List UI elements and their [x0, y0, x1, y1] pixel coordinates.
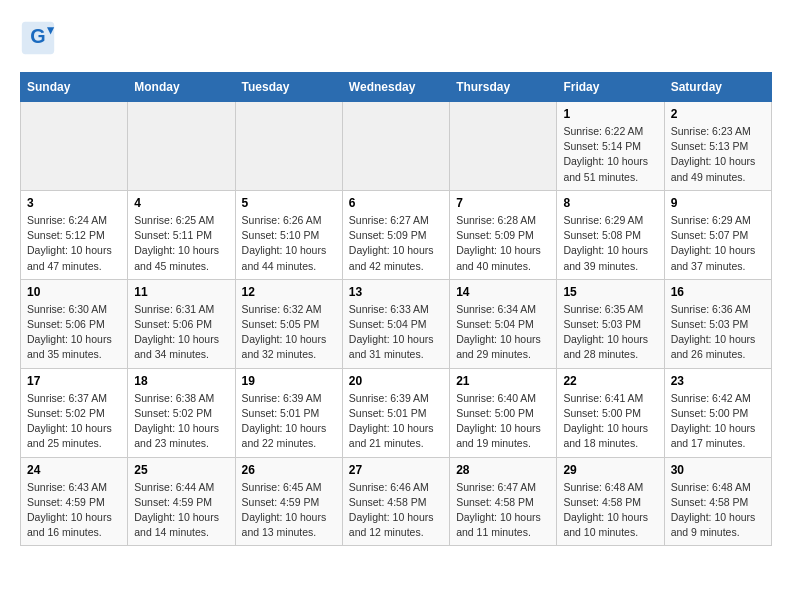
- calendar-cell: 12Sunrise: 6:32 AM Sunset: 5:05 PM Dayli…: [235, 279, 342, 368]
- day-number: 12: [242, 285, 336, 299]
- day-number: 20: [349, 374, 443, 388]
- day-info: Sunrise: 6:45 AM Sunset: 4:59 PM Dayligh…: [242, 480, 336, 541]
- calendar-cell: 7Sunrise: 6:28 AM Sunset: 5:09 PM Daylig…: [450, 190, 557, 279]
- day-info: Sunrise: 6:29 AM Sunset: 5:08 PM Dayligh…: [563, 213, 657, 274]
- calendar-cell: 20Sunrise: 6:39 AM Sunset: 5:01 PM Dayli…: [342, 368, 449, 457]
- day-number: 11: [134, 285, 228, 299]
- calendar-cell: 21Sunrise: 6:40 AM Sunset: 5:00 PM Dayli…: [450, 368, 557, 457]
- day-number: 17: [27, 374, 121, 388]
- day-number: 16: [671, 285, 765, 299]
- header-row: SundayMondayTuesdayWednesdayThursdayFrid…: [21, 73, 772, 102]
- day-info: Sunrise: 6:32 AM Sunset: 5:05 PM Dayligh…: [242, 302, 336, 363]
- day-info: Sunrise: 6:23 AM Sunset: 5:13 PM Dayligh…: [671, 124, 765, 185]
- day-number: 28: [456, 463, 550, 477]
- week-row-4: 17Sunrise: 6:37 AM Sunset: 5:02 PM Dayli…: [21, 368, 772, 457]
- day-info: Sunrise: 6:37 AM Sunset: 5:02 PM Dayligh…: [27, 391, 121, 452]
- calendar-cell: 1Sunrise: 6:22 AM Sunset: 5:14 PM Daylig…: [557, 102, 664, 191]
- calendar-cell: 17Sunrise: 6:37 AM Sunset: 5:02 PM Dayli…: [21, 368, 128, 457]
- day-info: Sunrise: 6:39 AM Sunset: 5:01 PM Dayligh…: [242, 391, 336, 452]
- calendar-cell: 24Sunrise: 6:43 AM Sunset: 4:59 PM Dayli…: [21, 457, 128, 546]
- day-number: 25: [134, 463, 228, 477]
- day-info: Sunrise: 6:40 AM Sunset: 5:00 PM Dayligh…: [456, 391, 550, 452]
- day-number: 22: [563, 374, 657, 388]
- day-number: 30: [671, 463, 765, 477]
- day-number: 7: [456, 196, 550, 210]
- calendar-cell: 8Sunrise: 6:29 AM Sunset: 5:08 PM Daylig…: [557, 190, 664, 279]
- day-info: Sunrise: 6:24 AM Sunset: 5:12 PM Dayligh…: [27, 213, 121, 274]
- calendar-cell: 5Sunrise: 6:26 AM Sunset: 5:10 PM Daylig…: [235, 190, 342, 279]
- day-info: Sunrise: 6:34 AM Sunset: 5:04 PM Dayligh…: [456, 302, 550, 363]
- day-info: Sunrise: 6:44 AM Sunset: 4:59 PM Dayligh…: [134, 480, 228, 541]
- day-info: Sunrise: 6:39 AM Sunset: 5:01 PM Dayligh…: [349, 391, 443, 452]
- header-cell-monday: Monday: [128, 73, 235, 102]
- calendar-cell: 11Sunrise: 6:31 AM Sunset: 5:06 PM Dayli…: [128, 279, 235, 368]
- calendar-cell: 26Sunrise: 6:45 AM Sunset: 4:59 PM Dayli…: [235, 457, 342, 546]
- day-number: 3: [27, 196, 121, 210]
- day-info: Sunrise: 6:38 AM Sunset: 5:02 PM Dayligh…: [134, 391, 228, 452]
- day-info: Sunrise: 6:48 AM Sunset: 4:58 PM Dayligh…: [671, 480, 765, 541]
- day-info: Sunrise: 6:36 AM Sunset: 5:03 PM Dayligh…: [671, 302, 765, 363]
- calendar-cell: 9Sunrise: 6:29 AM Sunset: 5:07 PM Daylig…: [664, 190, 771, 279]
- day-info: Sunrise: 6:29 AM Sunset: 5:07 PM Dayligh…: [671, 213, 765, 274]
- day-number: 18: [134, 374, 228, 388]
- day-number: 19: [242, 374, 336, 388]
- week-row-1: 1Sunrise: 6:22 AM Sunset: 5:14 PM Daylig…: [21, 102, 772, 191]
- week-row-5: 24Sunrise: 6:43 AM Sunset: 4:59 PM Dayli…: [21, 457, 772, 546]
- header-cell-sunday: Sunday: [21, 73, 128, 102]
- calendar-cell: 23Sunrise: 6:42 AM Sunset: 5:00 PM Dayli…: [664, 368, 771, 457]
- day-info: Sunrise: 6:27 AM Sunset: 5:09 PM Dayligh…: [349, 213, 443, 274]
- header-cell-tuesday: Tuesday: [235, 73, 342, 102]
- day-info: Sunrise: 6:33 AM Sunset: 5:04 PM Dayligh…: [349, 302, 443, 363]
- calendar-cell: 14Sunrise: 6:34 AM Sunset: 5:04 PM Dayli…: [450, 279, 557, 368]
- day-info: Sunrise: 6:28 AM Sunset: 5:09 PM Dayligh…: [456, 213, 550, 274]
- day-number: 23: [671, 374, 765, 388]
- logo-icon: G: [20, 20, 56, 56]
- calendar-cell: [342, 102, 449, 191]
- day-info: Sunrise: 6:41 AM Sunset: 5:00 PM Dayligh…: [563, 391, 657, 452]
- day-info: Sunrise: 6:42 AM Sunset: 5:00 PM Dayligh…: [671, 391, 765, 452]
- calendar-cell: 3Sunrise: 6:24 AM Sunset: 5:12 PM Daylig…: [21, 190, 128, 279]
- calendar-cell: 22Sunrise: 6:41 AM Sunset: 5:00 PM Dayli…: [557, 368, 664, 457]
- day-info: Sunrise: 6:30 AM Sunset: 5:06 PM Dayligh…: [27, 302, 121, 363]
- day-info: Sunrise: 6:22 AM Sunset: 5:14 PM Dayligh…: [563, 124, 657, 185]
- calendar-cell: 19Sunrise: 6:39 AM Sunset: 5:01 PM Dayli…: [235, 368, 342, 457]
- page-header: G: [20, 20, 772, 56]
- calendar-cell: 2Sunrise: 6:23 AM Sunset: 5:13 PM Daylig…: [664, 102, 771, 191]
- day-number: 5: [242, 196, 336, 210]
- day-info: Sunrise: 6:35 AM Sunset: 5:03 PM Dayligh…: [563, 302, 657, 363]
- calendar-body: 1Sunrise: 6:22 AM Sunset: 5:14 PM Daylig…: [21, 102, 772, 546]
- day-number: 2: [671, 107, 765, 121]
- day-number: 10: [27, 285, 121, 299]
- day-number: 24: [27, 463, 121, 477]
- calendar-cell: 4Sunrise: 6:25 AM Sunset: 5:11 PM Daylig…: [128, 190, 235, 279]
- day-info: Sunrise: 6:26 AM Sunset: 5:10 PM Dayligh…: [242, 213, 336, 274]
- day-number: 26: [242, 463, 336, 477]
- calendar-cell: 13Sunrise: 6:33 AM Sunset: 5:04 PM Dayli…: [342, 279, 449, 368]
- day-number: 6: [349, 196, 443, 210]
- day-number: 4: [134, 196, 228, 210]
- svg-text:G: G: [30, 25, 45, 47]
- day-number: 21: [456, 374, 550, 388]
- week-row-2: 3Sunrise: 6:24 AM Sunset: 5:12 PM Daylig…: [21, 190, 772, 279]
- day-number: 14: [456, 285, 550, 299]
- header-cell-friday: Friday: [557, 73, 664, 102]
- day-number: 1: [563, 107, 657, 121]
- day-number: 27: [349, 463, 443, 477]
- day-number: 9: [671, 196, 765, 210]
- week-row-3: 10Sunrise: 6:30 AM Sunset: 5:06 PM Dayli…: [21, 279, 772, 368]
- day-info: Sunrise: 6:25 AM Sunset: 5:11 PM Dayligh…: [134, 213, 228, 274]
- header-cell-saturday: Saturday: [664, 73, 771, 102]
- day-number: 29: [563, 463, 657, 477]
- calendar-cell: [21, 102, 128, 191]
- day-info: Sunrise: 6:46 AM Sunset: 4:58 PM Dayligh…: [349, 480, 443, 541]
- calendar-cell: 25Sunrise: 6:44 AM Sunset: 4:59 PM Dayli…: [128, 457, 235, 546]
- day-number: 13: [349, 285, 443, 299]
- calendar-table: SundayMondayTuesdayWednesdayThursdayFrid…: [20, 72, 772, 546]
- calendar-cell: [235, 102, 342, 191]
- calendar-cell: 15Sunrise: 6:35 AM Sunset: 5:03 PM Dayli…: [557, 279, 664, 368]
- day-info: Sunrise: 6:48 AM Sunset: 4:58 PM Dayligh…: [563, 480, 657, 541]
- calendar-cell: 16Sunrise: 6:36 AM Sunset: 5:03 PM Dayli…: [664, 279, 771, 368]
- calendar-cell: [128, 102, 235, 191]
- calendar-header: SundayMondayTuesdayWednesdayThursdayFrid…: [21, 73, 772, 102]
- calendar-cell: 6Sunrise: 6:27 AM Sunset: 5:09 PM Daylig…: [342, 190, 449, 279]
